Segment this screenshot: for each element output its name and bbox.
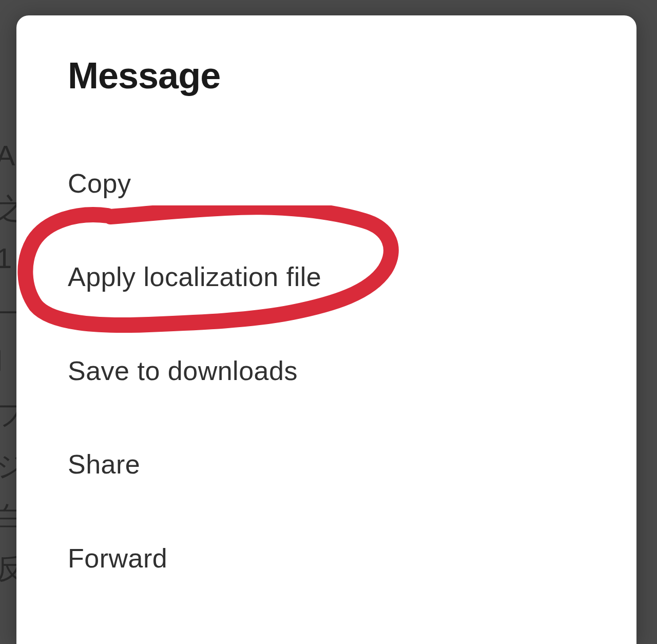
bg-char: — xyxy=(0,293,18,326)
menu-list: Copy Apply localization file Save to dow… xyxy=(68,163,585,578)
bg-char: A xyxy=(0,139,15,172)
message-context-menu-dialog: Message Copy Apply localization file Sav… xyxy=(16,15,636,644)
menu-item-apply-localization-file[interactable]: Apply localization file xyxy=(68,257,585,297)
menu-item-save-to-downloads[interactable]: Save to downloads xyxy=(68,351,585,391)
bg-char: l xyxy=(0,344,2,377)
dialog-title: Message xyxy=(68,54,585,97)
bg-char: 1 xyxy=(0,241,12,275)
menu-item-share[interactable]: Share xyxy=(68,444,585,484)
menu-item-forward[interactable]: Forward xyxy=(68,538,585,578)
menu-item-copy[interactable]: Copy xyxy=(68,163,585,203)
